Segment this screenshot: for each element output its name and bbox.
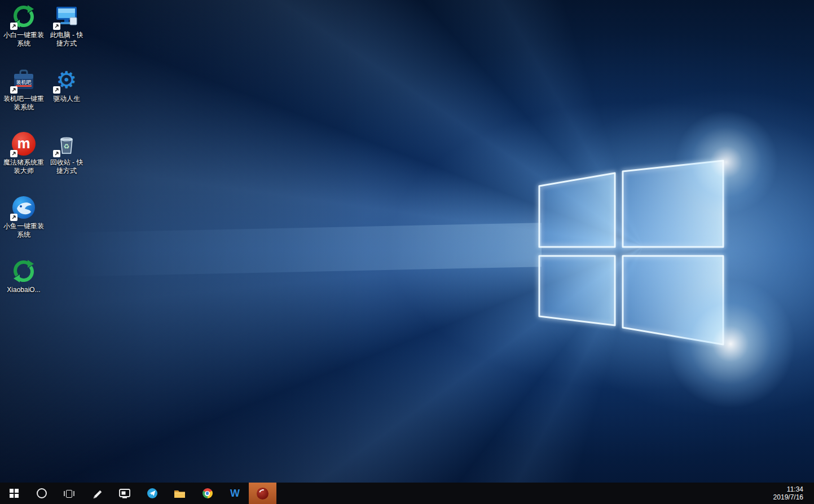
taskbar-clock[interactable]: 11:34 2019/7/16 [769,485,810,501]
windows-logo [0,0,814,483]
desktop-icon-recycle-bin[interactable]: ♻ 回收站 - 快 捷方式 [45,131,88,194]
desktop-icon-label: XiaobaiO... [7,286,40,294]
desktop-icon-label: 小鱼一键重装 系统 [3,222,44,239]
task-view-icon [64,489,74,498]
desktop-icon-xiaobai-reinstall[interactable]: 小白一键重装 系统 [2,3,45,67]
wps-icon: W [230,488,240,498]
system-reinstall-app-button[interactable] [249,483,276,504]
desktop-icon-grid: 小白一键重装 系统 装机吧 装机吧一键重 装系统 m [2,3,88,322]
system-tray: 11:34 2019/7/16 [769,483,814,504]
media-app-button[interactable] [111,483,138,504]
svg-text:♻: ♻ [64,143,70,151]
desktop-icon-label: 魔法猪系统重 装大师 [3,158,44,175]
desktop-icon-label: 装机吧一键重 装系统 [3,95,44,112]
desktop-icon-xiaoyu-reinstall[interactable]: 小鱼一键重装 系统 [2,194,45,258]
desktop-icon-xiaobai-file[interactable]: XiaobaiO... [2,258,45,322]
chrome-button[interactable] [193,483,221,504]
shortcut-arrow-icon [53,23,60,30]
clock-time: 11:34 [773,485,803,493]
media-app-icon [118,488,131,499]
shortcut-arrow-icon [10,150,17,157]
pen-tool-button[interactable] [83,483,111,504]
chrome-icon [203,488,213,498]
desktop-icon-mofazhu-reinstall[interactable]: m 魔法猪系统重 装大师 [2,131,45,194]
desktop-icon-this-pc[interactable]: 此电脑 - 快 捷方式 [45,3,88,67]
system-reinstall-app-icon [257,488,269,499]
cortana-search-button[interactable] [28,483,55,504]
desktop-icon-label: 此电脑 - 快 捷方式 [50,31,83,48]
shortcut-arrow-icon [53,150,60,157]
messenger-app-button[interactable] [138,483,166,504]
task-view-button[interactable] [55,483,83,504]
file-explorer-button[interactable] [166,483,193,504]
desktop-icon-zhuangjiba-reinstall[interactable]: 装机吧 装机吧一键重 装系统 [2,67,45,131]
cortana-search-icon [37,488,47,498]
start-icon [10,489,19,498]
lens-flare-top [674,110,778,214]
desktop-icon-label: 小白一键重装 系统 [3,31,44,48]
lens-flare-bottom [666,279,795,409]
svg-text:装机吧: 装机吧 [16,79,32,85]
desktop-icon-label: 回收站 - 快 捷方式 [50,158,83,175]
file-explorer-icon [174,489,186,498]
shortcut-arrow-icon [10,214,17,221]
taskbar: W 11:34 2019/7/16 [0,483,814,504]
clock-date: 2019/7/16 [773,493,803,501]
desktop-icon-label: 驱动人生 [53,95,80,103]
desktop-wallpaper [0,0,814,483]
start-button[interactable] [0,483,28,504]
messenger-app-icon [147,488,158,499]
pen-tool-icon [91,488,103,499]
wps-button[interactable]: W [221,483,249,504]
shortcut-arrow-icon [10,86,17,94]
shortcut-arrow-icon [10,23,17,30]
green-recycle-arrows-icon [11,259,36,284]
shortcut-arrow-icon [53,86,60,94]
desktop-icon-driver-genius[interactable]: ⚙ 驱动人生 [45,67,88,131]
